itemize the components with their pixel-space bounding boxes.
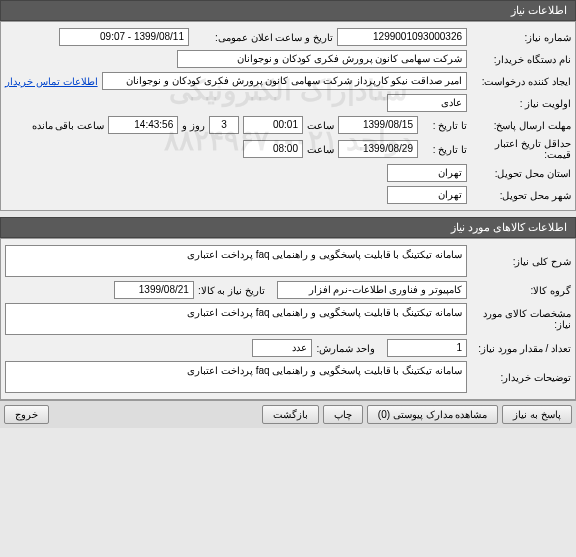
field-remain-days: 3 [209, 116, 239, 134]
field-org-name: شرکت سهامی کانون پرورش فکری کودکان و نوج… [177, 50, 467, 68]
label-time1: ساعت [307, 120, 334, 131]
field-priority: عادی [387, 94, 467, 112]
label-priority: اولویت نیاز : [471, 98, 571, 109]
label-goods-spec: مشخصات کالای مورد نیاز: [471, 308, 571, 330]
label-min-valid: حداقل تاریخ اعتبار قیمت: [471, 138, 571, 160]
field-valid-time: 08:00 [243, 140, 303, 158]
label-goods-group: گروه کالا: [471, 285, 571, 296]
field-goods-group: کامپیوتر و فناوری اطلاعات-نرم افزار [277, 281, 467, 299]
link-contact[interactable]: اطلاعات تماس خریدار [5, 76, 98, 87]
attachments-button[interactable]: مشاهده مدارک پیوستی (0) [367, 405, 499, 424]
field-need-no: 1299001093000326 [337, 28, 467, 46]
field-unit: عدد [252, 339, 312, 357]
label-deadline: مهلت ارسال پاسخ: [471, 120, 571, 131]
button-bar: پاسخ به نیاز مشاهده مدارک پیوستی (0) چاپ… [0, 400, 576, 428]
label-unit: واحد شمارش: [316, 343, 375, 354]
need-info-panel: ستاد|راک الکترونیکی دواحد ۰۲۱-۸۸۲۴۹۶۷۰ ش… [0, 21, 576, 211]
field-need-by: 1399/08/21 [114, 281, 194, 299]
goods-info-panel: شرح کلی نیاز: سامانه تیکتینگ با قابلیت پ… [0, 238, 576, 400]
field-deadline-time: 00:01 [243, 116, 303, 134]
label-org-name: نام دستگاه خریدار: [471, 54, 571, 65]
field-goods-spec: سامانه تیکتینگ با قابلیت پاسخگویی و راهن… [5, 303, 467, 335]
label-announce-dt: تاریخ و ساعت اعلان عمومی: [193, 32, 333, 43]
field-deadline-date: 1399/08/15 [338, 116, 418, 134]
label-to-date: تا تاریخ : [422, 120, 467, 131]
section-header-need-info: اطلاعات نیاز [0, 0, 576, 21]
label-to-date2: تا تاریخ : [422, 144, 467, 155]
respond-button[interactable]: پاسخ به نیاز [502, 405, 572, 424]
print-button[interactable]: چاپ [323, 405, 363, 424]
field-announce-dt: 1399/08/11 - 09:07 [59, 28, 189, 46]
field-remain-time: 14:43:56 [108, 116, 178, 134]
field-general-desc: سامانه تیکتینگ با قابلیت پاسخگویی و راهن… [5, 245, 467, 277]
field-city: تهران [387, 186, 467, 204]
field-valid-date: 1399/08/29 [338, 140, 418, 158]
label-buyer-notes: توضیحات خریدار: [471, 372, 571, 383]
label-need-no: شماره نیاز: [471, 32, 571, 43]
field-qty: 1 [387, 339, 467, 357]
label-day-and: روز و [182, 120, 205, 131]
label-time2: ساعت [307, 144, 334, 155]
label-city: شهر محل تحویل: [471, 190, 571, 201]
label-remaining: ساعت باقی مانده [32, 120, 105, 131]
back-button[interactable]: بازگشت [262, 405, 319, 424]
label-qty: تعداد / مقدار مورد نیاز: [471, 343, 571, 354]
field-province: تهران [387, 164, 467, 182]
label-creator: ایجاد کننده درخواست: [471, 76, 571, 87]
field-creator: امیر صداقت نیکو کارپرداز شرکت سهامی کانو… [102, 72, 467, 90]
field-buyer-notes: سامانه تیکتینگ با قابلیت پاسخگویی و راهن… [5, 361, 467, 393]
label-province: استان محل تحویل: [471, 168, 571, 179]
section-header-goods: اطلاعات کالاهای مورد نیاز [0, 217, 576, 238]
exit-button[interactable]: خروج [4, 405, 49, 424]
label-general-desc: شرح کلی نیاز: [471, 256, 571, 267]
label-need-by: تاریخ نیاز به کالا: [198, 285, 265, 296]
